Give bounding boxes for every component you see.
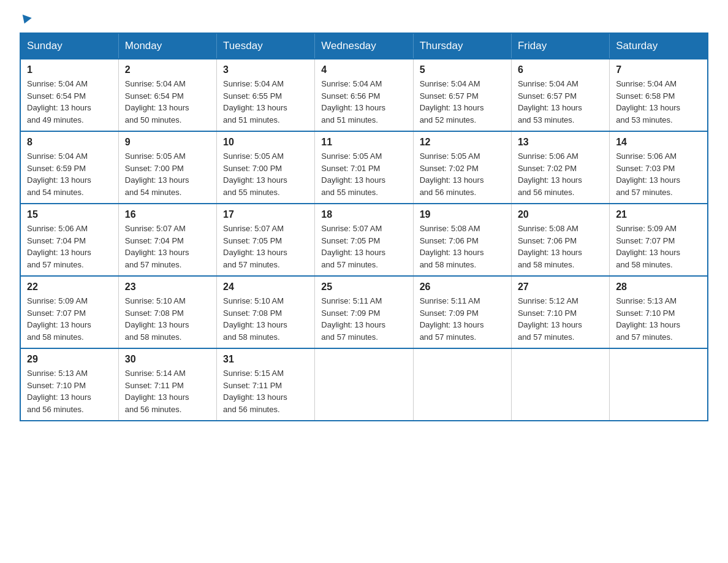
header — [20, 15, 708, 23]
calendar-cell — [315, 348, 413, 421]
day-info: Sunrise: 5:04 AMSunset: 6:54 PMDaylight:… — [125, 78, 210, 126]
day-info: Sunrise: 5:15 AMSunset: 7:11 PMDaylight:… — [223, 367, 308, 415]
header-saturday: Saturday — [610, 33, 708, 59]
day-info: Sunrise: 5:04 AMSunset: 6:57 PMDaylight:… — [518, 78, 603, 126]
day-info: Sunrise: 5:09 AMSunset: 7:07 PMDaylight:… — [27, 295, 112, 343]
calendar-cell: 5Sunrise: 5:04 AMSunset: 6:57 PMDaylight… — [413, 59, 511, 131]
day-number: 23 — [125, 282, 210, 293]
logo-triangle-icon — [20, 15, 31, 26]
day-number: 13 — [518, 137, 603, 148]
calendar-cell — [610, 348, 708, 421]
calendar-cell: 26Sunrise: 5:11 AMSunset: 7:09 PMDayligh… — [413, 276, 511, 348]
calendar-table: SundayMondayTuesdayWednesdayThursdayFrid… — [20, 33, 708, 421]
day-number: 25 — [321, 282, 406, 293]
header-wednesday: Wednesday — [315, 33, 413, 59]
calendar-cell: 8Sunrise: 5:04 AMSunset: 6:59 PMDaylight… — [20, 131, 118, 204]
day-number: 17 — [223, 209, 308, 220]
day-info: Sunrise: 5:10 AMSunset: 7:08 PMDaylight:… — [125, 295, 210, 343]
day-info: Sunrise: 5:11 AMSunset: 7:09 PMDaylight:… — [321, 295, 406, 343]
day-info: Sunrise: 5:05 AMSunset: 7:00 PMDaylight:… — [223, 150, 308, 198]
day-info: Sunrise: 5:05 AMSunset: 7:00 PMDaylight:… — [125, 150, 210, 198]
day-number: 12 — [420, 137, 505, 148]
calendar-cell: 16Sunrise: 5:07 AMSunset: 7:04 PMDayligh… — [118, 204, 216, 276]
calendar-cell: 17Sunrise: 5:07 AMSunset: 7:05 PMDayligh… — [217, 204, 315, 276]
calendar-cell: 30Sunrise: 5:14 AMSunset: 7:11 PMDayligh… — [118, 348, 216, 421]
calendar-cell: 7Sunrise: 5:04 AMSunset: 6:58 PMDaylight… — [610, 59, 708, 131]
calendar-cell: 4Sunrise: 5:04 AMSunset: 6:56 PMDaylight… — [315, 59, 413, 131]
day-number: 2 — [125, 64, 210, 75]
calendar-cell: 9Sunrise: 5:05 AMSunset: 7:00 PMDaylight… — [118, 131, 216, 204]
day-info: Sunrise: 5:05 AMSunset: 7:01 PMDaylight:… — [321, 150, 406, 198]
calendar-cell: 18Sunrise: 5:07 AMSunset: 7:05 PMDayligh… — [315, 204, 413, 276]
day-number: 11 — [321, 137, 406, 148]
logo — [20, 15, 31, 23]
day-number: 8 — [27, 137, 112, 148]
calendar-cell: 28Sunrise: 5:13 AMSunset: 7:10 PMDayligh… — [610, 276, 708, 348]
calendar-cell: 13Sunrise: 5:06 AMSunset: 7:02 PMDayligh… — [511, 131, 609, 204]
day-info: Sunrise: 5:09 AMSunset: 7:07 PMDaylight:… — [616, 223, 701, 270]
calendar-cell: 19Sunrise: 5:08 AMSunset: 7:06 PMDayligh… — [413, 204, 511, 276]
calendar-cell: 2Sunrise: 5:04 AMSunset: 6:54 PMDaylight… — [118, 59, 216, 131]
day-number: 3 — [223, 64, 308, 75]
day-number: 14 — [616, 137, 701, 148]
calendar-cell: 11Sunrise: 5:05 AMSunset: 7:01 PMDayligh… — [315, 131, 413, 204]
day-info: Sunrise: 5:07 AMSunset: 7:04 PMDaylight:… — [125, 223, 210, 270]
day-number: 31 — [223, 354, 308, 365]
week-row-3: 15Sunrise: 5:06 AMSunset: 7:04 PMDayligh… — [20, 204, 708, 276]
calendar-cell: 3Sunrise: 5:04 AMSunset: 6:55 PMDaylight… — [217, 59, 315, 131]
day-number: 4 — [321, 64, 406, 75]
calendar-cell: 29Sunrise: 5:13 AMSunset: 7:10 PMDayligh… — [20, 348, 118, 421]
day-number: 21 — [616, 209, 701, 220]
calendar-cell: 1Sunrise: 5:04 AMSunset: 6:54 PMDaylight… — [20, 59, 118, 131]
week-row-1: 1Sunrise: 5:04 AMSunset: 6:54 PMDaylight… — [20, 59, 708, 131]
day-number: 10 — [223, 137, 308, 148]
day-number: 29 — [27, 354, 112, 365]
day-number: 6 — [518, 64, 603, 75]
week-row-2: 8Sunrise: 5:04 AMSunset: 6:59 PMDaylight… — [20, 131, 708, 204]
day-info: Sunrise: 5:05 AMSunset: 7:02 PMDaylight:… — [420, 150, 505, 198]
header-tuesday: Tuesday — [217, 33, 315, 59]
day-info: Sunrise: 5:06 AMSunset: 7:02 PMDaylight:… — [518, 150, 603, 198]
day-number: 30 — [125, 354, 210, 365]
day-number: 5 — [420, 64, 505, 75]
calendar-cell: 14Sunrise: 5:06 AMSunset: 7:03 PMDayligh… — [610, 131, 708, 204]
header-thursday: Thursday — [413, 33, 511, 59]
day-info: Sunrise: 5:13 AMSunset: 7:10 PMDaylight:… — [616, 295, 701, 343]
day-number: 22 — [27, 282, 112, 293]
calendar-cell: 21Sunrise: 5:09 AMSunset: 7:07 PMDayligh… — [610, 204, 708, 276]
header-monday: Monday — [118, 33, 216, 59]
header-friday: Friday — [511, 33, 609, 59]
day-info: Sunrise: 5:11 AMSunset: 7:09 PMDaylight:… — [420, 295, 505, 343]
day-info: Sunrise: 5:14 AMSunset: 7:11 PMDaylight:… — [125, 367, 210, 415]
day-number: 16 — [125, 209, 210, 220]
calendar-cell: 23Sunrise: 5:10 AMSunset: 7:08 PMDayligh… — [118, 276, 216, 348]
day-number: 28 — [616, 282, 701, 293]
calendar-cell — [413, 348, 511, 421]
day-info: Sunrise: 5:07 AMSunset: 7:05 PMDaylight:… — [321, 223, 406, 270]
calendar-header-row: SundayMondayTuesdayWednesdayThursdayFrid… — [20, 33, 708, 59]
day-number: 27 — [518, 282, 603, 293]
calendar-cell: 27Sunrise: 5:12 AMSunset: 7:10 PMDayligh… — [511, 276, 609, 348]
calendar-cell: 22Sunrise: 5:09 AMSunset: 7:07 PMDayligh… — [20, 276, 118, 348]
day-info: Sunrise: 5:04 AMSunset: 6:56 PMDaylight:… — [321, 78, 406, 126]
day-info: Sunrise: 5:04 AMSunset: 6:58 PMDaylight:… — [616, 78, 701, 126]
calendar-cell: 25Sunrise: 5:11 AMSunset: 7:09 PMDayligh… — [315, 276, 413, 348]
day-info: Sunrise: 5:04 AMSunset: 6:54 PMDaylight:… — [27, 78, 112, 126]
day-number: 7 — [616, 64, 701, 75]
day-info: Sunrise: 5:07 AMSunset: 7:05 PMDaylight:… — [223, 223, 308, 270]
day-info: Sunrise: 5:04 AMSunset: 6:57 PMDaylight:… — [420, 78, 505, 126]
day-number: 18 — [321, 209, 406, 220]
calendar-cell: 6Sunrise: 5:04 AMSunset: 6:57 PMDaylight… — [511, 59, 609, 131]
day-info: Sunrise: 5:13 AMSunset: 7:10 PMDaylight:… — [27, 367, 112, 415]
day-number: 24 — [223, 282, 308, 293]
calendar-cell: 24Sunrise: 5:10 AMSunset: 7:08 PMDayligh… — [217, 276, 315, 348]
week-row-4: 22Sunrise: 5:09 AMSunset: 7:07 PMDayligh… — [20, 276, 708, 348]
header-sunday: Sunday — [20, 33, 118, 59]
day-number: 9 — [125, 137, 210, 148]
calendar-cell: 10Sunrise: 5:05 AMSunset: 7:00 PMDayligh… — [217, 131, 315, 204]
week-row-5: 29Sunrise: 5:13 AMSunset: 7:10 PMDayligh… — [20, 348, 708, 421]
day-info: Sunrise: 5:06 AMSunset: 7:03 PMDaylight:… — [616, 150, 701, 198]
day-info: Sunrise: 5:10 AMSunset: 7:08 PMDaylight:… — [223, 295, 308, 343]
day-info: Sunrise: 5:04 AMSunset: 6:59 PMDaylight:… — [27, 150, 112, 198]
day-info: Sunrise: 5:04 AMSunset: 6:55 PMDaylight:… — [223, 78, 308, 126]
